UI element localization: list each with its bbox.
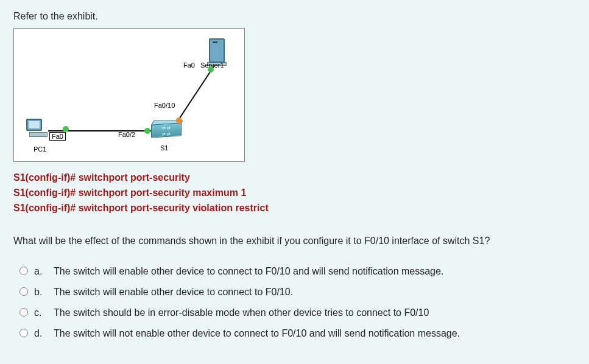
options-group: a. The switch will enable other device t… (19, 264, 576, 341)
option-d[interactable]: d. The switch will not enable other devi… (19, 326, 576, 341)
link-status-server-icon (208, 66, 214, 72)
option-letter: a. (34, 264, 48, 279)
switch-port-left-label: Fa0/2 (118, 131, 135, 138)
option-b[interactable]: b. The switch will enable other device t… (19, 285, 576, 299)
cli-config-block: S1(config-if)# switchport port-security … (13, 170, 576, 215)
option-a-radio[interactable] (19, 267, 28, 275)
question-text: What will be the effect of the commands … (13, 234, 576, 248)
option-b-radio[interactable] (19, 287, 28, 296)
pc-icon (26, 119, 51, 143)
cli-line: S1(config-if)# switchport port-security (13, 170, 576, 186)
intro-text: Refer to the exhibit. (13, 11, 576, 22)
option-text: The switch will enable other device to c… (54, 264, 443, 279)
pc-device-label: PC1 (34, 145, 46, 153)
switch-port-up-label: Fa0/10 (154, 102, 175, 109)
switch-device-label: S1 (160, 144, 168, 152)
option-c[interactable]: c. The switch should be in error-disable… (19, 306, 576, 320)
link-status-switch-up-icon (176, 117, 182, 124)
option-text: The switch will not enable other device … (54, 326, 460, 341)
option-c-radio[interactable] (19, 308, 28, 317)
switch-icon: ⇄ ⇄⇄ ⇄ (151, 124, 182, 138)
option-text: The switch should be in error-disable mo… (54, 306, 429, 320)
cli-line: S1(config-if)# switchport port-security … (13, 201, 576, 216)
option-letter: d. (34, 326, 48, 341)
option-text: The switch will enable other device to c… (54, 285, 293, 299)
option-letter: b. (34, 285, 48, 299)
link-status-switch-left-icon (144, 128, 150, 134)
svg-line-1 (176, 66, 214, 124)
pc-port-label: Fa0 (49, 132, 66, 141)
link-status-pc-icon (63, 126, 69, 132)
server-port-label: Fa0 (183, 61, 195, 69)
cli-line: S1(config-if)# switchport port-security … (13, 186, 576, 201)
option-d-radio[interactable] (19, 329, 28, 337)
exhibit-diagram: Fa0 PC1 ⇄ ⇄⇄ ⇄ Fa0/2 Fa0/10 S1 Fa0 Serve… (13, 28, 245, 162)
option-letter: c. (34, 306, 48, 320)
option-a[interactable]: a. The switch will enable other device t… (19, 264, 576, 279)
